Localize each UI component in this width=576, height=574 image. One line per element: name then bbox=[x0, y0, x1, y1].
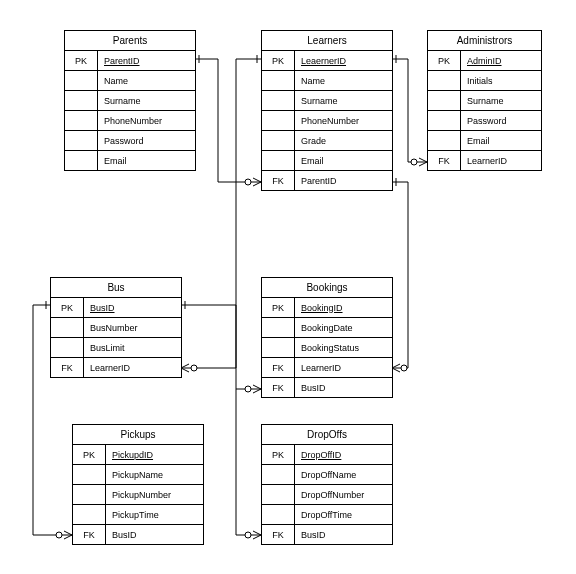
erd-canvas: Parents PKParentID Name Surname PhoneNum… bbox=[0, 0, 576, 574]
svg-point-1 bbox=[245, 179, 251, 185]
svg-point-9 bbox=[245, 386, 251, 392]
entity-learners: Learners PKLeaernerID Name Surname Phone… bbox=[261, 30, 393, 191]
svg-point-11 bbox=[56, 532, 62, 538]
entity-admins-fields: PKAdminID Initials Surname Password Emai… bbox=[428, 51, 541, 170]
entity-bookings-fields: PKBookingID BookingDate BookingStatus FK… bbox=[262, 298, 392, 397]
entity-parents: Parents PKParentID Name Surname PhoneNum… bbox=[64, 30, 196, 171]
svg-point-7 bbox=[401, 365, 407, 371]
entity-learners-title: Learners bbox=[262, 31, 392, 51]
svg-point-12 bbox=[245, 532, 251, 538]
entity-pickups: Pickups PKPickupdID PickupName PickupNum… bbox=[72, 424, 204, 545]
entity-admins-title: Administrors bbox=[428, 31, 541, 51]
entity-bus-title: Bus bbox=[51, 278, 181, 298]
entity-bookings-title: Bookings bbox=[262, 278, 392, 298]
entity-pickups-fields: PKPickupdID PickupName PickupNumber Pick… bbox=[73, 445, 203, 544]
entity-learners-fields: PKLeaernerID Name Surname PhoneNumber Gr… bbox=[262, 51, 392, 190]
entity-admins: Administrors PKAdminID Initials Surname … bbox=[427, 30, 542, 171]
svg-point-5 bbox=[191, 365, 197, 371]
entity-parents-fields: PKParentID Name Surname PhoneNumber Pass… bbox=[65, 51, 195, 170]
entity-dropoffs-title: DropOffs bbox=[262, 425, 392, 445]
entity-parents-title: Parents bbox=[65, 31, 195, 51]
entity-dropoffs-fields: PKDropOffID DropOffName DropOffNumber Dr… bbox=[262, 445, 392, 544]
entity-pickups-title: Pickups bbox=[73, 425, 203, 445]
entity-dropoffs: DropOffs PKDropOffID DropOffName DropOff… bbox=[261, 424, 393, 545]
entity-bus-fields: PKBusID BusNumber BusLimit FKLearnerID bbox=[51, 298, 181, 377]
svg-point-3 bbox=[411, 159, 417, 165]
entity-bus: Bus PKBusID BusNumber BusLimit FKLearner… bbox=[50, 277, 182, 378]
entity-bookings: Bookings PKBookingID BookingDate Booking… bbox=[261, 277, 393, 398]
